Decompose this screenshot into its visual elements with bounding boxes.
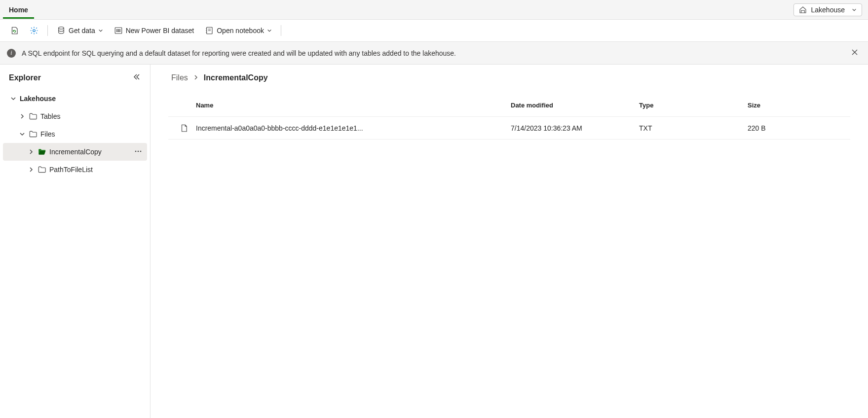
svg-point-0 (33, 30, 36, 32)
folder-icon (29, 130, 38, 139)
chevron-right-icon (28, 148, 35, 155)
tree-node-lakehouse[interactable]: Lakehouse (3, 90, 147, 107)
svg-point-7 (118, 31, 119, 32)
chevron-down-icon (98, 28, 103, 33)
col-size[interactable]: Size (748, 102, 846, 109)
breadcrumb: Files IncrementalCopy (168, 73, 850, 82)
info-bar: i A SQL endpoint for SQL querying and a … (0, 42, 868, 65)
tree-label: Tables (40, 112, 143, 120)
tree-node-tables[interactable]: Tables (3, 107, 147, 125)
tree-label: PathToFileList (49, 166, 143, 174)
tree-node-pathtofilelist[interactable]: PathToFileList (3, 161, 147, 178)
col-modified[interactable]: Date modified (511, 102, 639, 109)
svg-point-10 (135, 150, 137, 152)
svg-point-11 (138, 150, 139, 152)
svg-point-12 (140, 150, 142, 152)
file-icon (180, 123, 189, 133)
body: Explorer Lakehouse Ta (0, 65, 868, 418)
chevron-right-icon (19, 113, 26, 120)
tree-node-files[interactable]: Files (3, 125, 147, 143)
svg-point-4 (118, 30, 119, 31)
chevron-down-icon (19, 131, 26, 138)
tree-label: IncrementalCopy (49, 148, 130, 156)
main-content: Files IncrementalCopy Name Date modified… (151, 65, 868, 418)
tree-node-incrementalcopy[interactable]: IncrementalCopy (3, 143, 147, 161)
info-close-button[interactable] (848, 46, 861, 60)
cell-size: 220 B (748, 124, 846, 132)
explorer-header: Explorer (0, 70, 150, 90)
notebook-icon (205, 26, 214, 35)
lakehouse-icon (799, 6, 807, 14)
tree-label: Files (40, 130, 143, 138)
svg-point-6 (116, 31, 117, 32)
info-icon: i (7, 49, 16, 58)
refresh-button[interactable] (6, 23, 23, 38)
gear-icon (30, 26, 38, 35)
svg-point-8 (119, 31, 120, 32)
open-notebook-label: Open notebook (217, 27, 264, 35)
tree-label: Lakehouse (20, 95, 143, 103)
dataset-icon (114, 26, 123, 35)
refresh-icon (10, 26, 19, 35)
lakehouse-view-dropdown[interactable]: Lakehouse (793, 3, 862, 16)
close-icon (851, 49, 858, 56)
get-data-button[interactable]: Get data (53, 23, 107, 38)
more-horizontal-icon (134, 147, 142, 155)
svg-point-5 (119, 30, 120, 31)
chevron-down-icon (10, 95, 17, 102)
get-data-label: Get data (69, 27, 95, 35)
chevron-right-icon (28, 166, 35, 173)
cell-type: TXT (639, 124, 748, 132)
svg-point-1 (59, 27, 64, 30)
cell-name: Incremental-a0a0a0a0-bbbb-cccc-dddd-e1e1… (196, 124, 511, 132)
file-table: Name Date modified Type Size Incremental… (168, 94, 850, 139)
settings-button[interactable] (26, 23, 42, 38)
table-row[interactable]: Incremental-a0a0a0a0-bbbb-cccc-dddd-e1e1… (168, 117, 850, 139)
open-notebook-button[interactable]: Open notebook (201, 23, 276, 38)
folder-icon (38, 165, 46, 174)
svg-point-3 (116, 30, 117, 31)
breadcrumb-current: IncrementalCopy (204, 73, 268, 82)
tab-home[interactable]: Home (3, 1, 34, 19)
chevron-down-icon (267, 28, 272, 33)
lakehouse-view-label: Lakehouse (811, 6, 845, 14)
toolbar-separator (47, 25, 48, 36)
folder-open-icon (38, 147, 46, 156)
file-table-header: Name Date modified Type Size (168, 94, 850, 117)
svg-rect-2 (115, 28, 122, 34)
explorer-tree: Lakehouse Tables Files (0, 90, 150, 178)
new-dataset-label: New Power BI dataset (126, 27, 194, 35)
collapse-explorer-button[interactable] (131, 71, 142, 84)
info-message: A SQL endpoint for SQL querying and a de… (22, 49, 842, 57)
toolbar: Get data New Power BI dataset Open noteb… (0, 20, 868, 42)
chevron-right-icon (193, 73, 199, 82)
more-options-button[interactable] (133, 146, 143, 158)
new-dataset-button[interactable]: New Power BI dataset (110, 23, 198, 38)
database-icon (57, 26, 66, 35)
breadcrumb-parent[interactable]: Files (171, 73, 188, 82)
explorer-panel: Explorer Lakehouse Ta (0, 65, 151, 418)
cell-modified: 7/14/2023 10:36:23 AM (511, 124, 639, 132)
top-header: Home Lakehouse (0, 0, 868, 20)
chevron-double-left-icon (133, 73, 140, 80)
toolbar-separator (281, 25, 281, 36)
col-name[interactable]: Name (196, 102, 511, 109)
explorer-title: Explorer (9, 73, 41, 82)
col-type[interactable]: Type (639, 102, 748, 109)
folder-icon (29, 112, 38, 121)
chevron-down-icon (852, 7, 857, 12)
